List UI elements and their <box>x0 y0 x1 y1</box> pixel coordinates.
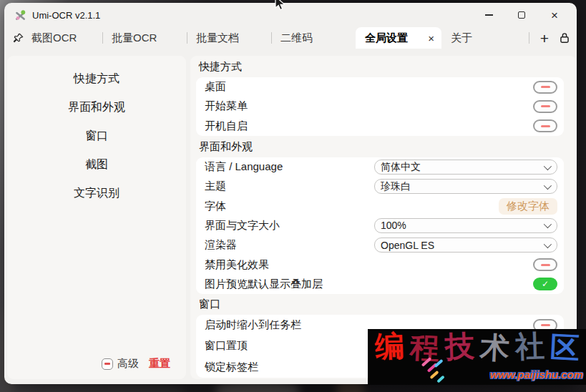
tab-qrcode[interactable]: 二维码 <box>271 27 356 49</box>
setting-row-theme: 主题 珍珠白 <box>196 177 564 196</box>
watermark-char: 编 <box>371 331 407 362</box>
sidebar-item-screenshot[interactable]: 截图 <box>7 150 186 179</box>
minus-icon <box>541 86 550 88</box>
settings-card: 语言 / Language 简体中文 主题 珍珠白 字体 修改字体 界面与文字大… <box>196 157 564 294</box>
tab-batch-doc[interactable]: 批量文档 <box>187 27 271 49</box>
setting-row-desktop: 桌面 <box>196 77 564 97</box>
tab-screenshot-ocr[interactable]: 截图OCR <box>22 27 102 49</box>
minus-icon <box>541 105 550 107</box>
watermark-char: 区 <box>547 333 583 364</box>
tab-global-settings[interactable]: 全局设置 × <box>356 27 441 49</box>
theme-dropdown[interactable]: 珍珠白 <box>374 179 557 194</box>
watermark-char: 社 <box>512 331 547 362</box>
settings-card: 桌面 开始菜单 开机自启 <box>196 77 564 136</box>
title-bar[interactable]: Umi-OCR v2.1.1 × <box>4 3 577 27</box>
app-window: Umi-OCR v2.1.1 × 截图OCR 批量OCR 批量文档 二维码 全局… <box>4 3 577 384</box>
setting-row-disable-effects: 禁用美化效果 <box>196 255 564 274</box>
mouse-cursor <box>274 0 285 11</box>
chevron-down-icon <box>544 220 552 228</box>
watermark-pencil-stroke <box>436 375 445 383</box>
minimize-icon <box>485 14 493 15</box>
language-dropdown[interactable]: 简体中文 <box>374 160 557 175</box>
toggle-off[interactable] <box>533 119 557 132</box>
watermark-pencil-stroke <box>429 371 439 379</box>
tab-bar: 截图OCR 批量OCR 批量文档 二维码 全局设置 × 关于 <box>22 27 526 49</box>
watermark-char: 程 <box>406 333 443 364</box>
toggle-off[interactable] <box>533 100 557 113</box>
setting-row-language: 语言 / Language 简体中文 <box>196 157 564 177</box>
app-logo-icon <box>14 9 26 21</box>
chevron-down-icon <box>544 182 552 190</box>
sidebar-item-window[interactable]: 窗口 <box>7 122 186 150</box>
advanced-toggle[interactable] <box>102 358 113 370</box>
setting-row-preview-overlay: 图片预览默认显示叠加层 ✓ <box>196 275 564 294</box>
watermark-banner: 编 程 技 术 社 区 www.paijishu.com <box>368 329 586 385</box>
settings-sidebar: 快捷方式 界面和外观 窗口 截图 文字识别 高级 重置 <box>7 56 186 379</box>
section-title-shortcuts: 快捷方式 <box>190 56 577 77</box>
tab-bar-divider <box>529 32 529 44</box>
add-tab-button[interactable]: + <box>540 31 549 46</box>
watermark-char: 技 <box>441 331 477 362</box>
toggle-off[interactable] <box>533 258 557 271</box>
minus-icon <box>541 264 550 266</box>
toggle-on[interactable]: ✓ <box>533 278 557 290</box>
toggle-off[interactable] <box>533 81 557 94</box>
maximize-icon <box>518 11 525 19</box>
minus-icon <box>104 363 110 364</box>
setting-row-renderer: 渲染器 OpenGL ES <box>196 235 564 255</box>
watermark-text: 编 程 技 术 社 区 <box>372 332 582 361</box>
chevron-down-icon <box>544 240 552 248</box>
modify-font-button[interactable]: 修改字体 <box>499 198 557 215</box>
check-icon: ✓ <box>542 279 549 289</box>
tab-batch-ocr[interactable]: 批量OCR <box>102 27 187 49</box>
renderer-dropdown[interactable]: OpenGL ES <box>374 237 557 253</box>
close-icon: × <box>551 9 558 21</box>
ui-scale-dropdown[interactable]: 100% <box>374 218 557 233</box>
setting-row-start-menu: 开始菜单 <box>196 97 564 116</box>
sidebar-item-appearance[interactable]: 界面和外观 <box>7 93 186 122</box>
maximize-button[interactable] <box>505 3 538 27</box>
setting-row-font: 字体 修改字体 <box>196 197 564 216</box>
section-title-appearance: 界面和外观 <box>190 136 577 157</box>
reset-button[interactable]: 重置 <box>149 357 170 371</box>
setting-row-autostart: 开机自启 <box>196 117 564 136</box>
tab-close-icon[interactable]: × <box>428 32 434 44</box>
minus-icon <box>541 125 550 127</box>
window-title: Umi-OCR v2.1.1 <box>32 10 100 21</box>
lock-tabbar-icon[interactable] <box>560 32 570 44</box>
advanced-label[interactable]: 高级 <box>117 357 139 371</box>
minus-icon <box>541 324 550 326</box>
minimize-button[interactable] <box>472 3 505 27</box>
close-button[interactable]: × <box>538 3 571 27</box>
sidebar-item-shortcuts[interactable]: 快捷方式 <box>7 64 186 93</box>
tab-about[interactable]: 关于 <box>441 27 526 49</box>
watermark-char: 术 <box>477 333 513 364</box>
watermark-url: www.paijishu.com <box>490 368 583 381</box>
section-title-window: 窗口 <box>190 294 577 315</box>
chevron-down-icon <box>544 162 552 170</box>
setting-row-ui-scale: 界面与文字大小 100% <box>196 216 564 235</box>
sidebar-item-text-recognition[interactable]: 文字识别 <box>7 179 186 207</box>
